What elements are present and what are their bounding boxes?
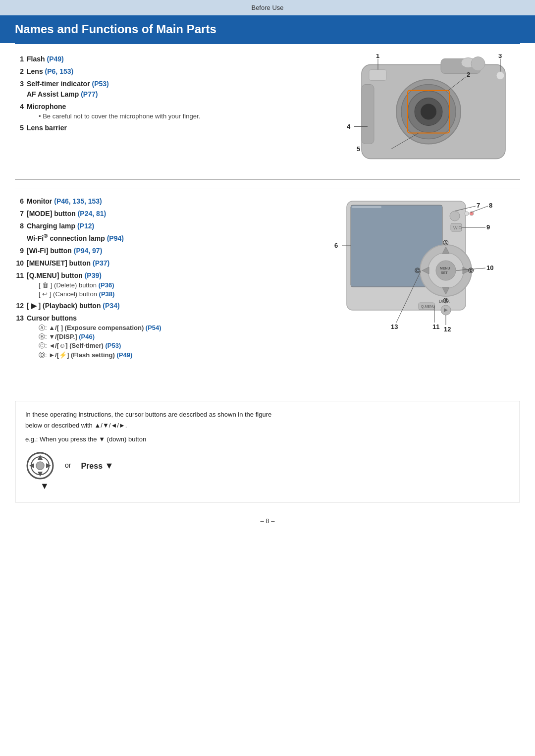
svg-text:2: 2 <box>467 71 470 78</box>
list-item: 6 Monitor (P46, 135, 153) <box>15 196 322 207</box>
info-box: In these operating instructions, the cur… <box>15 401 520 502</box>
main-content: 1 Flash (P49) 2 Lens (P6, 153) 3 Self-ti… <box>0 44 535 401</box>
svg-text:1: 1 <box>376 54 379 59</box>
info-line3: e.g.: When you press the ▼ (down) button <box>25 434 510 445</box>
camera-front-diagram: 1 2 3 4 5 <box>332 54 520 169</box>
page-title: Names and Functions of Main Parts <box>15 22 520 36</box>
svg-text:Ⓓ: Ⓓ <box>468 268 474 273</box>
list-item: 4 Microphone• Be careful not to cover th… <box>15 102 322 121</box>
or-text: or <box>65 460 71 472</box>
svg-text:4: 4 <box>347 123 351 130</box>
page-wrapper: Before Use Names and Functions of Main P… <box>0 0 535 535</box>
info-line1: In these operating instructions, the cur… <box>25 409 510 420</box>
list-item: 5 Lens barrier <box>15 123 322 133</box>
list-item: 2 Lens (P6, 153) <box>15 66 322 77</box>
svg-text:10: 10 <box>486 264 493 271</box>
dial-icon <box>25 451 55 481</box>
svg-text:SET: SET <box>441 271 448 274</box>
top-band: Before Use <box>0 0 535 15</box>
svg-point-11 <box>471 57 485 71</box>
camera-back-diagram: WiFi MENU SET <box>332 196 520 386</box>
camera-front-svg: 1 2 3 4 5 <box>332 54 520 169</box>
svg-text:11: 11 <box>432 323 439 330</box>
svg-point-33 <box>436 261 456 280</box>
parts-list-back: 6 Monitor (P46, 135, 153) 7 [MODE] butto… <box>15 196 322 386</box>
list-item: 10 [MENU/SET] button (P37) <box>15 258 322 269</box>
svg-text:Ⓑ: Ⓑ <box>443 298 449 304</box>
svg-point-26 <box>450 211 460 221</box>
svg-text:5: 5 <box>357 145 360 153</box>
svg-text:12: 12 <box>444 325 451 333</box>
svg-text:3: 3 <box>498 54 502 59</box>
svg-point-27 <box>465 212 469 216</box>
list-item: 7 [MODE] button (P24, 81) <box>15 209 322 219</box>
svg-text:9: 9 <box>486 223 490 231</box>
down-arrow-icon: ▼ <box>40 479 510 494</box>
svg-rect-9 <box>362 85 374 144</box>
list-item: 1 Flash (P49) <box>15 54 322 64</box>
svg-text:13: 13 <box>391 323 398 330</box>
list-item: 13 Cursor buttons Ⓐ: ▲/[ ] (Exposure com… <box>15 313 322 360</box>
list-item: 12 [ ▶ ] (Playback) button (P34) <box>15 301 322 311</box>
svg-text:6: 6 <box>334 242 338 249</box>
list-item: 3 Self-timer indicator (P53)AF Assist La… <box>15 79 322 100</box>
svg-point-8 <box>496 72 504 80</box>
info-line2: below or described with ▲/▼/◄/►. <box>25 420 510 431</box>
svg-text:WiFi: WiFi <box>453 225 462 230</box>
svg-text:7: 7 <box>477 202 480 209</box>
bottom-section: 6 Monitor (P46, 135, 153) 7 [MODE] butto… <box>15 188 520 386</box>
page-number: – 8 – <box>0 512 535 535</box>
svg-text:Ⓒ: Ⓒ <box>415 268 421 273</box>
parts-list-top: 1 Flash (P49) 2 Lens (P6, 153) 3 Self-ti… <box>15 54 322 169</box>
section-divider <box>15 179 520 180</box>
press-label: Press ▼ <box>81 458 113 474</box>
svg-rect-25 <box>352 206 381 208</box>
svg-text:8: 8 <box>489 202 492 209</box>
list-item: 9 [Wi-Fi] button (P94, 97) <box>15 246 322 256</box>
svg-text:Q.MENU: Q.MENU <box>421 305 435 309</box>
list-item: 8 Charging lamp (P12)Wi-Fi® connection l… <box>15 221 322 244</box>
svg-text:MENU: MENU <box>440 267 450 270</box>
svg-rect-7 <box>369 70 386 81</box>
press-row: or Press ▼ <box>25 451 510 481</box>
svg-point-71 <box>36 462 44 470</box>
svg-text:Ⓐ: Ⓐ <box>443 240 449 246</box>
camera-back-svg: WiFi MENU SET <box>332 196 520 384</box>
title-bar: Names and Functions of Main Parts <box>0 15 535 43</box>
band-text: Before Use <box>251 4 283 11</box>
svg-point-6 <box>421 104 436 120</box>
list-item: 11 [Q.MENU] button (P39) [ 🗑 ] (Delete) … <box>15 270 322 299</box>
top-section: 1 Flash (P49) 2 Lens (P6, 153) 3 Self-ti… <box>15 54 520 169</box>
